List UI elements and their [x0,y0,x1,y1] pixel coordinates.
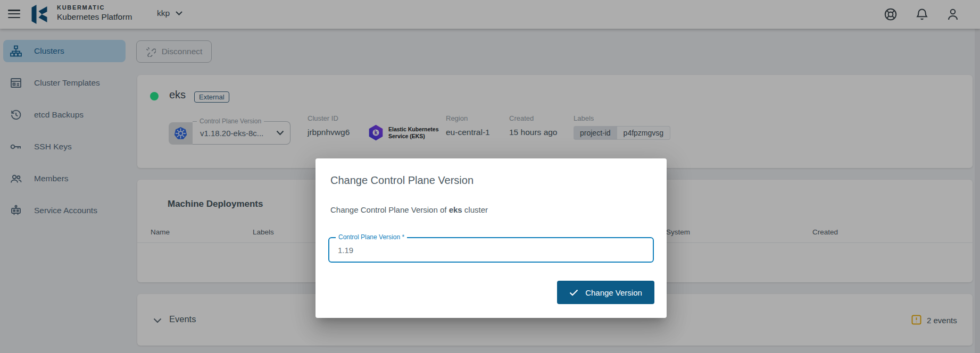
check-icon [569,289,578,296]
app-root: KUBERMATIC Kubernetes Platform kkp Clust… [0,0,980,353]
dialog-subtitle: Change Control Plane Version of eks clus… [330,205,488,214]
dialog-subtitle-prefix: Change Control Plane Version of [330,205,449,214]
change-version-button-label: Change Version [585,288,642,297]
dialog-subtitle-cluster-name: eks [449,205,462,214]
change-version-button[interactable]: Change Version [557,281,654,304]
dialog-subtitle-suffix: cluster [462,205,488,214]
control-plane-version-input[interactable] [337,240,646,260]
change-version-dialog: Change Control Plane Version Change Cont… [315,158,667,318]
dialog-title: Change Control Plane Version [330,174,474,187]
control-plane-version-field: Control Plane Version * [328,237,654,263]
